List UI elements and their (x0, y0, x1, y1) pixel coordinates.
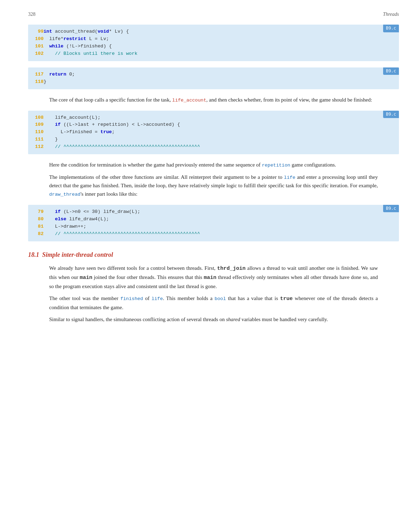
table-row: 81 L->drawn++; (28, 223, 399, 230)
code-block-3-label: B9.c (383, 111, 399, 118)
line-code: } (44, 78, 399, 89)
code-block-4: B9.c 79 if (L->n0 <= 30) life_draw(L); 8… (28, 205, 399, 241)
line-number: 100 (28, 35, 44, 43)
line-code: if (L->n0 <= 30) life_draw(L); (44, 205, 399, 216)
line-number: 111 (28, 136, 44, 143)
code-block-2: B9.c 117 return 0; 118 } (28, 67, 399, 89)
body-para-2: The other tool was the member finished o… (49, 294, 378, 312)
line-number: 108 (28, 111, 44, 122)
line-number: 82 (28, 230, 44, 241)
line-code: if ((L->last + repetition) < L->accounte… (44, 121, 399, 129)
inline-code-life-account: life_account (172, 98, 206, 103)
line-code: life*restrict L = Lv; (44, 35, 399, 43)
body-paragraphs: We already have seen two different tools… (49, 264, 378, 324)
table-row: 108 life_account(L); (28, 111, 399, 122)
table-row: 111 } (28, 136, 399, 143)
table-row: 109 if ((L->last + repetition) < L->acco… (28, 121, 399, 129)
code-table-4: 79 if (L->n0 <= 30) life_draw(L); 80 els… (28, 205, 399, 241)
para-text-1: The core of that loop calls a specific f… (49, 96, 378, 104)
line-number: 117 (28, 67, 44, 78)
line-number: 118 (28, 78, 44, 89)
line-code: // ^^^^^^^^^^^^^^^^^^^^^^^^^^^^^^^^^^^^^… (44, 230, 399, 241)
line-number: 112 (28, 143, 44, 154)
line-number: 102 (28, 50, 44, 61)
line-code: life_account(L); (44, 111, 399, 122)
line-code: int account_thread(void* Lv) { (44, 25, 399, 35)
inline-thrd-join: thrd_join (217, 266, 245, 272)
inline-bool: bool (215, 296, 226, 301)
code-table-2: 117 return 0; 118 } (28, 67, 399, 89)
inline-code-life: life (284, 175, 295, 180)
table-row: 82 // ^^^^^^^^^^^^^^^^^^^^^^^^^^^^^^^^^^… (28, 230, 399, 241)
paragraph-2: Here the condition for termination is wh… (49, 161, 378, 199)
para-text-3: The implementations of the other three f… (49, 173, 378, 199)
table-row: 117 return 0; (28, 67, 399, 78)
table-row: 79 if (L->n0 <= 30) life_draw(L); (28, 205, 399, 216)
inline-shared: shared (226, 317, 240, 322)
body-para-3: Similar to signal handlers, the simultan… (49, 315, 378, 324)
inline-main-2: main (204, 275, 216, 281)
line-number: 81 (28, 223, 44, 230)
section-title: Simple inter-thread control (42, 251, 113, 258)
paragraph-1: The core of that loop calls a specific f… (49, 96, 378, 104)
code-block-3: B9.c 108 life_account(L); 109 if ((L->la… (28, 111, 399, 155)
line-number: 80 (28, 216, 44, 223)
page-number: 328 (28, 11, 35, 18)
code-table-3: 108 life_account(L); 109 if ((L->last + … (28, 111, 399, 155)
line-code: L->drawn++; (44, 223, 399, 230)
line-code: L->finished = true; (44, 129, 399, 136)
inline-true: true (280, 296, 293, 302)
code-block-2-label: B9.c (383, 67, 399, 75)
line-code: return 0; (44, 67, 399, 78)
line-number: 109 (28, 121, 44, 129)
table-row: 100 life*restrict L = Lv; (28, 35, 399, 43)
page-title: Threads (383, 11, 399, 18)
table-row: 101 while (!L->finished) { (28, 43, 399, 50)
code-block-1-label: B9.c (383, 25, 399, 32)
line-code: // ^^^^^^^^^^^^^^^^^^^^^^^^^^^^^^^^^^^^^… (44, 143, 399, 154)
page-header: 328 Threads (28, 11, 399, 18)
table-row: 110 L->finished = true; (28, 129, 399, 136)
table-row: 118 } (28, 78, 399, 89)
table-row: 80 else life_draw4(L); (28, 216, 399, 223)
inline-code-draw-thread: draw_thread (49, 192, 80, 197)
inline-main-1: main (80, 275, 92, 281)
code-block-4-label: B9.c (383, 205, 399, 212)
line-number: 101 (28, 43, 44, 50)
body-para-1: We already have seen two different tools… (49, 264, 378, 291)
table-row: 102 // Blocks until there is work (28, 50, 399, 61)
table-row: 99 int account_thread(void* Lv) { (28, 25, 399, 35)
inline-code-repetition: repetition (262, 163, 290, 168)
line-number: 110 (28, 129, 44, 136)
para-text-2: Here the condition for termination is wh… (49, 161, 378, 169)
line-code: else life_draw4(L); (44, 216, 399, 223)
section-heading: 18.1 Simple inter-thread control (28, 250, 399, 260)
line-number: 99 (28, 25, 44, 35)
line-code: } (44, 136, 399, 143)
code-table-1: 99 int account_thread(void* Lv) { 100 li… (28, 25, 399, 61)
inline-life: life (151, 296, 163, 301)
table-row: 112 // ^^^^^^^^^^^^^^^^^^^^^^^^^^^^^^^^^… (28, 143, 399, 154)
inline-finished: finished (120, 296, 143, 301)
section-number: 18.1 (28, 251, 39, 258)
line-number: 79 (28, 205, 44, 216)
code-block-1: B9.c 99 int account_thread(void* Lv) { 1… (28, 25, 399, 61)
line-code: // Blocks until there is work (44, 50, 399, 61)
line-code: while (!L->finished) { (44, 43, 399, 50)
